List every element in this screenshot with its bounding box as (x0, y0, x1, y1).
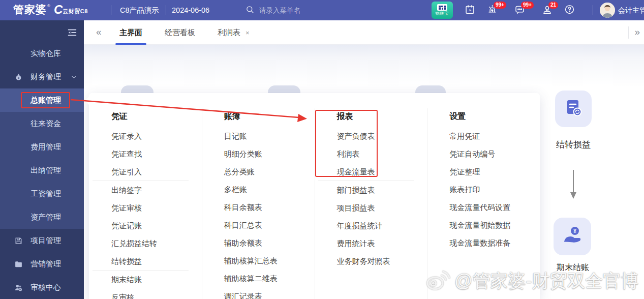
header-divider (111, 5, 111, 15)
sidebar-item-label: 实物仓库 (30, 49, 61, 58)
logo-product-name: 云财贸C8 (63, 8, 88, 15)
menu-item[interactable]: 常用凭证 (449, 127, 540, 145)
panel-pointer (85, 97, 89, 105)
sidebar-item-expense-management[interactable]: 费用管理 (0, 135, 84, 159)
tab-home[interactable]: 主界面 (108, 20, 154, 45)
logo-c-glyph: C (54, 3, 63, 16)
logo-brand: 管家婆 (13, 3, 47, 16)
alarm-icon[interactable]: 99+ (487, 4, 499, 16)
menu-column-settings: 设置常用凭证凭证自动编号凭证整理账表打印现金流量代码设置现金流量初始数据现金流量… (427, 93, 540, 299)
user-avatar[interactable] (600, 3, 615, 18)
menu-item[interactable]: 辅助余额表 (224, 234, 315, 252)
tabbar-divider (628, 26, 629, 39)
seal-icon[interactable]: 21 (542, 4, 554, 16)
down-arrow-icon (570, 170, 577, 201)
tab-label: 主界面 (119, 28, 142, 38)
menu-item[interactable]: 年度损益统计 (337, 217, 427, 234)
menu-item[interactable]: 业务财务对照表 (337, 252, 427, 270)
menu-fold-icon[interactable] (67, 27, 78, 38)
menu-item[interactable]: 汇兑损益结转 (111, 234, 202, 252)
menu-item[interactable]: 期末结账 (111, 271, 202, 288)
sidebar-item-marketing-management[interactable]: 营销管理 (0, 252, 84, 276)
shortcut-carry-forward[interactable] (555, 91, 592, 127)
menu-column-title-books: 账簿 (224, 110, 315, 123)
menu-item[interactable]: 凭证审核 (111, 199, 202, 217)
sidebar-item-finance-management[interactable]: ¥财务管理 (0, 65, 84, 88)
menu-item[interactable]: 结转损益 (111, 252, 202, 270)
menu-item[interactable]: 凭证整理 (449, 163, 540, 181)
tabs-scroll-right[interactable]: » (634, 20, 640, 45)
menu-item[interactable]: 凭证查找 (111, 145, 202, 163)
menu-item[interactable]: 现金流量数据准备 (449, 234, 540, 252)
current-date: 2024-06-06 (172, 0, 209, 20)
search-input[interactable] (258, 6, 331, 15)
tab-profit[interactable]: 利润表× (206, 20, 261, 45)
menu-item[interactable]: 账表打印 (449, 181, 540, 198)
menu-search[interactable] (246, 0, 331, 20)
menu-item[interactable]: 费用统计表 (337, 234, 427, 252)
menu-item[interactable]: 凭证自动编号 (449, 145, 540, 163)
menu-item[interactable]: 项目损益表 (337, 199, 427, 217)
user-role-label[interactable]: 会计主管 (618, 0, 644, 20)
tab-label: 利润表 (218, 28, 240, 38)
sidebar-item-audit-center[interactable]: 审核中心 (0, 276, 84, 299)
menu-column-books: 账簿日记账明细分类账总分类账多栏账科目余额表科目汇总表辅助余额表辅助核算汇总表辅… (202, 93, 315, 299)
menu-item[interactable]: 调汇记录表 (224, 287, 315, 299)
menu-item[interactable]: 资产负债表 (337, 127, 427, 145)
menu-item[interactable]: 部门损益表 (337, 181, 427, 199)
close-icon[interactable]: × (246, 29, 250, 36)
help-icon[interactable] (564, 4, 576, 16)
menu-item[interactable]: 利润表 (337, 145, 427, 163)
folder-icon (14, 260, 23, 268)
menu-item[interactable]: 科目汇总表 (224, 216, 315, 234)
sidebar-item-label: 往来资金 (30, 119, 61, 129)
sidebar-item-asset-management[interactable]: 资产管理 (0, 205, 84, 229)
menu-item[interactable]: 科目余额表 (224, 198, 315, 216)
sidebar-item-label: 费用管理 (30, 142, 61, 152)
menu-column-title-settings: 设置 (449, 110, 540, 123)
menu-item[interactable]: 现金流量表 (337, 163, 427, 181)
sidebar-item-project-management[interactable]: 项目管理 (0, 229, 84, 252)
menu-item[interactable]: 出纳签字 (111, 181, 202, 199)
menu-item[interactable]: 辅助核算二维表 (224, 270, 315, 287)
sidebar-item-payroll-management[interactable]: 工资管理 (0, 182, 84, 205)
shortcut-period-end-closing[interactable]: ¥ (554, 218, 591, 255)
menu-item[interactable]: 凭证记账 (111, 217, 202, 234)
sidebar-item-label: 工资管理 (30, 189, 61, 199)
sidebar-item-cashier-management[interactable]: 出纳管理 (0, 159, 84, 182)
sidebar-item-label: 项目管理 (30, 236, 61, 246)
iot-treasure-button[interactable]: 物联宝 (432, 2, 453, 19)
money-bag-icon: ¥ (14, 73, 23, 81)
chevron-down-icon (71, 73, 77, 80)
menu-item[interactable]: 多栏账 (224, 181, 315, 198)
general-ledger-menu-panel: 凭证凭证录入凭证查找凭证引入出纳签字凭证审核凭证记账汇兑损益结转结转损益期末结账… (89, 93, 540, 299)
menu-column-reports: 报表资产负债表利润表现金流量表部门损益表项目损益表年度损益统计费用统计表业务财务… (315, 93, 427, 299)
menu-item[interactable]: 现金流量初始数据 (449, 216, 540, 234)
sidebar-item-label: 资产管理 (30, 213, 61, 222)
menu-item[interactable]: 总分类账 (224, 163, 315, 181)
menu-item[interactable]: 现金流量代码设置 (449, 198, 540, 216)
svg-text:¥: ¥ (573, 228, 577, 234)
sidebar-item-general-ledger[interactable]: 总账管理 (0, 88, 84, 112)
menu-item[interactable]: 辅助核算汇总表 (224, 252, 315, 270)
sidebar: 实物仓库¥财务管理总账管理往来资金费用管理出纳管理工资管理资产管理项目管理营销管… (0, 20, 84, 299)
notification-badge: 21 (548, 2, 558, 9)
menu-item[interactable]: 反审核 (111, 288, 202, 299)
tabs-scroll-left[interactable]: « (96, 20, 102, 45)
calendar-icon[interactable] (465, 4, 477, 16)
logo-registered-mark: ® (47, 4, 50, 8)
menu-item[interactable]: 凭证引入 (111, 163, 202, 181)
app-logo: 管家婆 ® C 云财贸C8 (13, 3, 88, 16)
sidebar-item-label: 出纳管理 (30, 166, 61, 175)
menu-item[interactable]: 明细分类账 (224, 145, 315, 163)
sidebar-item-current-funds[interactable]: 往来资金 (0, 112, 84, 135)
menu-item[interactable]: 凭证录入 (111, 127, 202, 145)
hand-coin-icon: ¥ (561, 224, 584, 249)
app-header: 管家婆 ® C 云财贸C8 C8产品演示 2024-06-06 (0, 0, 644, 20)
sidebar-item-physical-warehouse[interactable]: 实物仓库 (0, 42, 84, 65)
sidebar-item-label: 财务管理 (30, 72, 61, 82)
message-icon[interactable]: 99+ (514, 4, 527, 16)
menu-item[interactable]: 日记账 (224, 127, 315, 145)
tab-dashboard[interactable]: 经营看板 (154, 20, 206, 45)
audit-icon (14, 283, 23, 292)
